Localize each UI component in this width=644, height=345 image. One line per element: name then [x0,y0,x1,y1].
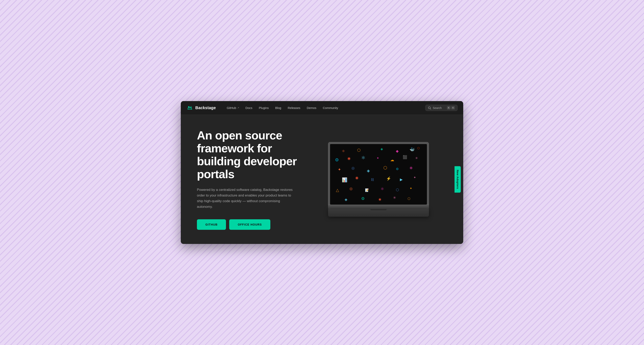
icon-hex2: ⬡ [408,197,410,200]
icon-code1: ⬡ [396,188,399,192]
icon-sun1: ✦ [410,186,412,190]
icon-dot3: ◉ [378,197,381,201]
new-adopters-tab[interactable]: New Adopters [454,166,461,193]
nav-github[interactable]: GitHub ↗ [224,104,242,111]
icon-aws: ☁ [390,157,394,162]
logo-text: Backstage [195,106,216,110]
icon-note: 📝 [365,188,369,192]
hero-section: An open source framework for building de… [181,115,463,244]
icon-gear2: ⚙ [396,167,399,171]
logo-icon [186,104,193,111]
navbar: Backstage GitHub ↗ Docs Plugins Blog Rel… [181,101,463,115]
icon-angular: ⬡ [417,146,420,150]
svg-rect-2 [190,106,192,108]
icon-react2: ⚛ [361,155,366,160]
icon-tri1: △ [336,188,339,192]
icon-sq2: ◈ [344,197,348,202]
hero-title: An open source framework for building de… [197,129,310,180]
laptop-bottom [328,209,429,217]
icon-git: ◉ [348,156,351,160]
icon-circle2: ◎ [350,186,353,191]
icon-chart: 📊 [342,177,347,182]
icon-ts: ⬛ [403,155,407,160]
laptop-bezel: ⚛ ⬡ ◈ ◆ 🐳 ⬡ ⚙ ◉ ⚛ ✦ ☁ ⬛ [328,142,429,204]
hero-subtitle: Powered by a centralized software catalo… [197,187,294,210]
nav-demos[interactable]: Demos [304,104,320,111]
icon-star1: ✳ [415,156,418,160]
icon-gql2: ✦ [376,156,379,160]
icon-react3: ⚛ [380,186,384,191]
icon-star3: ✦ [414,176,416,179]
hero-buttons: GITHUB OFFICE HOURS [197,219,310,230]
icon-sq1: ◈ [367,168,370,173]
tech-icons-container: ⚛ ⬡ ◈ ◆ 🐳 ⬡ ⚙ ◉ ⚛ ✦ ☁ ⬛ [330,144,427,204]
icon-js: ⬡ [357,148,360,152]
nav-links: GitHub ↗ Docs Plugins Blog Releases Demo… [224,104,425,111]
search-label: Search [433,106,442,110]
icon-react: ⚛ [342,149,345,153]
icon-bolt: ⚡ [386,176,391,181]
icon-arr1: ▶ [400,177,403,182]
icon-dot2: ◉ [355,176,358,180]
icon-gear3: ⚙ [361,196,365,201]
kbd-k1: K [447,106,451,110]
search-button[interactable]: Search K K [425,105,458,111]
svg-rect-1 [188,106,190,108]
github-button[interactable]: GITHUB [197,219,226,230]
nav-blog[interactable]: Blog [272,104,284,111]
hero-content: An open source framework for building de… [197,129,310,230]
nav-plugins[interactable]: Plugins [256,104,272,111]
nav-docs[interactable]: Docs [243,104,255,111]
icon-node: ◈ [380,147,383,151]
search-icon [428,106,431,110]
icon-hex1: ⬡ [383,165,387,170]
icon-chain: ⛓ [371,178,374,182]
nav-releases[interactable]: Releases [285,104,303,111]
icon-circle1: ◎ [352,166,355,170]
icon-star2: ✻ [410,166,412,170]
icon-k8s: ⚙ [335,157,339,162]
svg-line-4 [430,108,431,109]
external-link-icon: ↗ [237,106,239,109]
icon-fire: ✦ [338,167,341,172]
kbd-k2: K [451,106,455,110]
icon-gql: ◆ [396,149,399,153]
nav-community[interactable]: Community [320,104,341,111]
browser-window: Backstage GitHub ↗ Docs Plugins Blog Rel… [181,101,463,244]
icon-docker: 🐳 [410,147,414,152]
icon-star4: ✳ [393,196,396,200]
logo-link[interactable]: Backstage [186,104,216,111]
office-hours-button[interactable]: OFFICE HOURS [229,219,270,230]
laptop-illustration: ⚛ ⬡ ◈ ◆ 🐳 ⬡ ⚙ ◉ ⚛ ✦ ☁ ⬛ [328,142,429,217]
search-kbd-area: K K [447,106,455,110]
hero-visual: ⚛ ⬡ ◈ ◆ 🐳 ⬡ ⚙ ◉ ⚛ ✦ ☁ ⬛ [310,142,447,217]
laptop-base [328,204,429,209]
laptop-screen: ⚛ ⬡ ◈ ◆ 🐳 ⬡ ⚙ ◉ ⚛ ✦ ☁ ⬛ [330,144,427,204]
